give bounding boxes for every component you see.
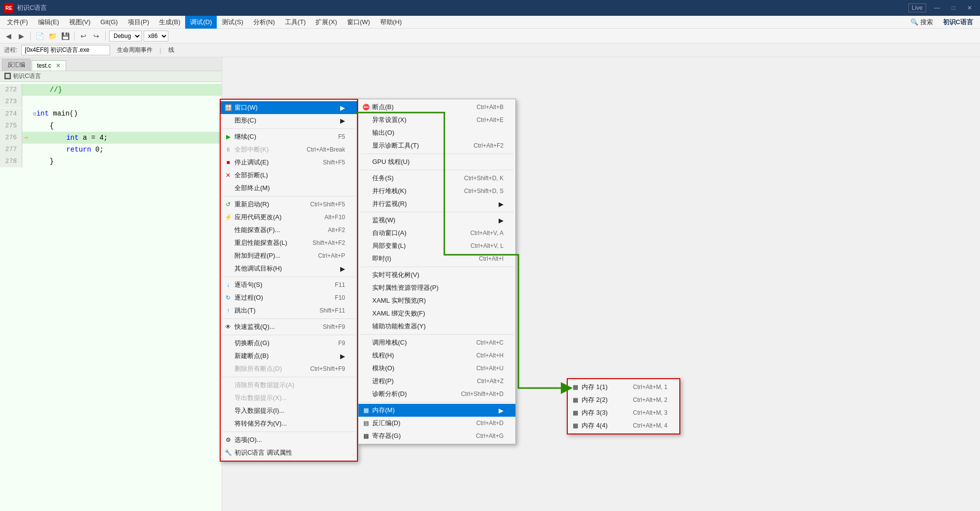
minimize-btn[interactable]: —: [930, 3, 944, 12]
debug-menu-terminate-all[interactable]: 全部终止(M): [221, 182, 357, 195]
menu-file[interactable]: 文件(F): [2, 16, 33, 29]
debug-menu-save-dump[interactable]: 将转储另存为(V)...: [221, 417, 357, 430]
debug-menu-continue[interactable]: ▶ 继续(C) F5: [221, 130, 357, 143]
memory-2[interactable]: ▦ 内存 2(2) Ctrl+Alt+M, 2: [568, 393, 679, 406]
win-parallel-watch[interactable]: 并行监视(R) ▶: [358, 197, 515, 210]
menu-project[interactable]: 项目(P): [123, 16, 154, 29]
win-gpu-threads[interactable]: GPU 线程(U): [358, 156, 515, 168]
win-diagnostic-analysis[interactable]: 诊断分析(D) Ctrl+Shift+Alt+D: [358, 388, 515, 400]
debug-menu-windows[interactable]: 🪟 窗口(W) ▶: [221, 101, 357, 114]
debug-menu-debug-properties[interactable]: 🔧 初识C语言 调试属性: [221, 446, 357, 459]
back-btn[interactable]: ◀: [3, 31, 14, 41]
menu-help[interactable]: 帮助(H): [375, 16, 407, 29]
debug-menu-delete-bp[interactable]: 删除所有断点(D) Ctrl+Shift+F9: [221, 362, 357, 375]
debug-menu-options[interactable]: ⚙ 选项(O)...: [221, 433, 357, 446]
win-threads[interactable]: 线程(H) Ctrl+Alt+H: [358, 349, 515, 362]
memory-submenu[interactable]: ▦ 内存 1(1) Ctrl+Alt+M, 1 ▦ 内存 2(2) Ctrl+A…: [567, 378, 680, 434]
process-value[interactable]: [0x4EF8] 初识C语言.exe: [21, 45, 110, 55]
thread-btn[interactable]: 线: [165, 45, 177, 55]
debug-menu-clear-datatips[interactable]: 清除所有数据提示(A): [221, 379, 357, 392]
menu-analyze[interactable]: 分析(N): [248, 16, 280, 29]
win-diag-tools[interactable]: 显示诊断工具(T) Ctrl+Alt+F2: [358, 139, 515, 152]
win-immediate[interactable]: 即时(I) Ctrl+Alt+I: [358, 252, 515, 265]
debug-delete-bp-shortcut: Ctrl+Shift+F9: [300, 365, 345, 372]
win-call-stack[interactable]: 调用堆栈(C) Ctrl+Alt+C: [358, 336, 515, 349]
close-btn[interactable]: ✕: [963, 3, 976, 12]
live-button[interactable]: Live: [908, 3, 926, 12]
save-btn[interactable]: 💾: [60, 31, 71, 41]
debug-step-out-label: 跳出(T): [235, 306, 256, 315]
tab-disassembly[interactable]: 反汇编: [2, 59, 31, 71]
debug-menu-import-datatips[interactable]: 导入数据提示(I)...: [221, 404, 357, 417]
win-output[interactable]: 输出(O): [358, 126, 515, 139]
win-auto[interactable]: 自动窗口(A) Ctrl+Alt+V, A: [358, 227, 515, 239]
fwd-btn[interactable]: ▶: [16, 31, 27, 41]
menu-tools[interactable]: 工具(T): [280, 16, 311, 29]
win-parallel-stacks-label: 并行堆栈(K): [372, 187, 406, 196]
memory-1[interactable]: ▦ 内存 1(1) Ctrl+Alt+M, 1: [568, 381, 679, 393]
code-line-276: 276 ⇒ int a = 4;: [0, 132, 222, 144]
debug-menu-stop[interactable]: ■ 停止调试(E) Shift+F5: [221, 156, 357, 169]
menu-view[interactable]: 视图(V): [64, 16, 95, 29]
win-processes[interactable]: 进程(P) Ctrl+Alt+Z: [358, 375, 515, 388]
debug-menu-apply-changes[interactable]: ⚡ 应用代码更改(A) Alt+F10: [221, 211, 357, 224]
debug-menu-export-datatips[interactable]: 导出数据提示(X)...: [221, 392, 357, 404]
debug-menu-quickwatch[interactable]: 👁 快速监视(Q)... Shift+F9: [221, 320, 357, 333]
win-disassembly[interactable]: ▤ 反汇编(D) Ctrl+Alt+D: [358, 417, 515, 430]
debug-config-combo[interactable]: Debug: [109, 31, 142, 41]
line-arrow-276: ⇒: [22, 132, 30, 144]
win-exception-settings[interactable]: 异常设置(X) Ctrl+Alt+E: [358, 114, 515, 126]
win-tasks[interactable]: 任务(S) Ctrl+Shift+D, K: [358, 172, 515, 185]
tab-test-c[interactable]: test.c ✕: [32, 60, 66, 71]
debug-dropdown-menu[interactable]: 🪟 窗口(W) ▶ 图形(C) ▶ ▶ 继续(C) F5 ⏸ 全部中断(K) C…: [220, 99, 358, 462]
menu-git[interactable]: Git(G): [95, 16, 122, 29]
debug-menu-graphics[interactable]: 图形(C) ▶: [221, 114, 357, 127]
windows-submenu[interactable]: ⛔ 断点(B) Ctrl+Alt+B 异常设置(X) Ctrl+Alt+E 输出…: [358, 99, 516, 444]
win-breakpoints[interactable]: ⛔ 断点(B) Ctrl+Alt+B: [358, 101, 515, 114]
arch-combo[interactable]: x86: [144, 31, 168, 41]
debug-menu-other-targets[interactable]: 其他调试目标(H) ▶: [221, 262, 357, 275]
menu-window[interactable]: 窗口(W): [342, 16, 375, 29]
code-area[interactable]: 272 //} 273 274 ⊟int main() 275 {: [0, 82, 222, 511]
memory-3[interactable]: ▦ 内存 3(3) Ctrl+Alt+M, 3: [568, 406, 679, 419]
win-watch[interactable]: 监视(W) ▶: [358, 214, 515, 227]
maximize-btn[interactable]: □: [948, 3, 959, 12]
win-xaml-binding[interactable]: XAML 绑定失败(F): [358, 307, 515, 320]
debug-menu-profiler[interactable]: 性能探查器(F)... Alt+F2: [221, 224, 357, 236]
win-live-property[interactable]: 实时属性资源管理器(P): [358, 281, 515, 294]
memory-4-label: 内存 4(4): [582, 421, 608, 430]
debug-menu-step-over[interactable]: ↻ 逐过程(O) F10: [221, 291, 357, 304]
new-file-btn[interactable]: 📄: [34, 31, 45, 41]
debug-menu-attach[interactable]: 附加到进程(P)... Ctrl+Alt+P: [221, 249, 357, 262]
lifecycle-btn[interactable]: 生命周期事件: [114, 45, 156, 55]
win-parallel-stacks[interactable]: 并行堆栈(K) Ctrl+Shift+D, S: [358, 185, 515, 197]
debug-menu-new-bp[interactable]: 新建断点(B) ▶: [221, 350, 357, 362]
win-live-visual-tree[interactable]: 实时可视化树(V): [358, 269, 515, 281]
menu-test[interactable]: 测试(S): [217, 16, 248, 29]
open-btn[interactable]: 📁: [47, 31, 58, 41]
win-exception-shortcut: Ctrl+Alt+E: [467, 117, 504, 123]
process-bar: 进程: [0x4EF8] 初识C语言.exe 生命周期事件 | 线: [0, 43, 980, 57]
menu-build[interactable]: 生成(B): [154, 16, 185, 29]
win-registers[interactable]: ▩ 寄存器(G) Ctrl+Alt+G: [358, 430, 515, 442]
menu-extensions[interactable]: 扩展(X): [311, 16, 342, 29]
undo-btn[interactable]: ↩: [78, 31, 89, 41]
debug-menu-restart-profiler[interactable]: 重启性能探查器(L) Shift+Alt+F2: [221, 236, 357, 249]
memory-4[interactable]: ▦ 内存 4(4) Ctrl+Alt+M, 4: [568, 419, 679, 432]
win-modules[interactable]: 模块(O) Ctrl+Alt+U: [358, 362, 515, 375]
win-locals[interactable]: 局部变量(L) Ctrl+Alt+V, L: [358, 239, 515, 252]
debug-menu-step-out[interactable]: ↑ 跳出(T) Shift+F11: [221, 304, 357, 317]
debug-menu-step-into[interactable]: ↓ 逐语句(S) F11: [221, 278, 357, 291]
redo-btn[interactable]: ↪: [91, 31, 102, 41]
win-xaml-preview[interactable]: XAML 实时预览(R): [358, 294, 515, 307]
menu-search[interactable]: 🔍 搜索: [905, 16, 938, 29]
debug-menu-detach-all[interactable]: ✕ 全部折断(L): [221, 169, 357, 182]
win-accessibility[interactable]: 辅助功能检查器(Y): [358, 320, 515, 333]
tab-close-icon[interactable]: ✕: [56, 62, 61, 69]
menu-debug[interactable]: 调试(D): [185, 16, 217, 29]
menu-edit[interactable]: 编辑(E): [33, 16, 64, 29]
debug-menu-break-all[interactable]: ⏸ 全部中断(K) Ctrl+Alt+Break: [221, 143, 357, 156]
debug-menu-toggle-bp[interactable]: 切换断点(G) F9: [221, 337, 357, 350]
debug-menu-restart[interactable]: ↺ 重新启动(R) Ctrl+Shift+F5: [221, 198, 357, 211]
win-memory[interactable]: ▦ 内存(M) ▶: [358, 404, 515, 417]
